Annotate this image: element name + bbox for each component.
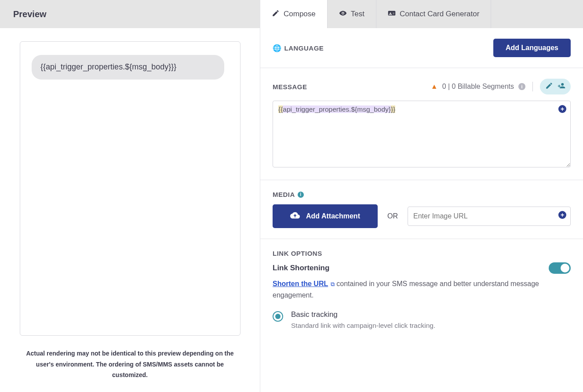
message-tools bbox=[540, 79, 571, 94]
preview-panel: Preview {{api_trigger_properties.${msg_b… bbox=[0, 0, 260, 392]
preview-title: Preview bbox=[0, 0, 260, 28]
cloud-upload-icon bbox=[290, 211, 300, 222]
preview-disclaimer: Actual rendering may not be identical to… bbox=[20, 348, 240, 381]
editor-panel: Compose Test Contact Card Generator 🌐 bbox=[260, 0, 583, 392]
add-languages-button[interactable]: Add Languages bbox=[493, 39, 571, 57]
id-card-icon bbox=[388, 9, 396, 19]
message-input[interactable] bbox=[273, 101, 571, 167]
tab-compose[interactable]: Compose bbox=[260, 0, 328, 28]
link-shortening-desc: Shorten the URL ⧉ contained in your SMS … bbox=[273, 278, 571, 301]
tab-contact-label: Contact Card Generator bbox=[400, 10, 479, 18]
media-or: OR bbox=[387, 212, 398, 220]
preview-frame: {{api_trigger_properties.${msg_body}}} bbox=[20, 41, 240, 336]
message-label: MESSAGE bbox=[273, 83, 307, 91]
warning-icon: ▲ bbox=[431, 83, 438, 91]
billable-segments: 0 | 0 Billable Segments bbox=[442, 83, 514, 91]
tab-test-label: Test bbox=[351, 10, 364, 18]
media-label: MEDIA i bbox=[273, 191, 571, 198]
globe-icon: 🌐 bbox=[273, 44, 282, 52]
eye-icon bbox=[339, 9, 347, 19]
basic-tracking-sub: Standard link with campaign-level click … bbox=[291, 322, 435, 330]
insert-variable-button[interactable]: + bbox=[558, 105, 566, 113]
tab-contact-card[interactable]: Contact Card Generator bbox=[376, 0, 491, 28]
link-shortening-toggle[interactable] bbox=[549, 262, 571, 274]
tab-compose-label: Compose bbox=[284, 10, 316, 18]
insert-url-variable-button[interactable]: + bbox=[558, 211, 566, 219]
basic-tracking-title: Basic tracking bbox=[291, 310, 435, 319]
person-add-icon[interactable] bbox=[557, 82, 565, 91]
tab-test[interactable]: Test bbox=[328, 0, 376, 28]
preview-bubble: {{api_trigger_properties.${msg_body}}} bbox=[32, 55, 224, 80]
divider bbox=[532, 82, 533, 91]
editor-tabs: Compose Test Contact Card Generator bbox=[260, 0, 583, 28]
shorten-url-link[interactable]: Shorten the URL bbox=[273, 280, 328, 287]
add-attachment-button[interactable]: Add Attachment bbox=[273, 204, 378, 228]
info-icon[interactable]: i bbox=[298, 192, 304, 198]
pencil-icon bbox=[272, 9, 280, 19]
link-shortening-label: Link Shortening bbox=[273, 264, 329, 272]
basic-tracking-radio[interactable] bbox=[273, 311, 283, 322]
edit-icon[interactable] bbox=[545, 82, 553, 91]
image-url-input[interactable] bbox=[408, 207, 571, 226]
info-icon[interactable]: i bbox=[518, 83, 525, 90]
language-label: 🌐 LANGUAGE bbox=[273, 44, 324, 52]
link-options-label: LINK OPTIONS bbox=[273, 250, 571, 257]
external-link-icon: ⧉ bbox=[329, 281, 335, 287]
